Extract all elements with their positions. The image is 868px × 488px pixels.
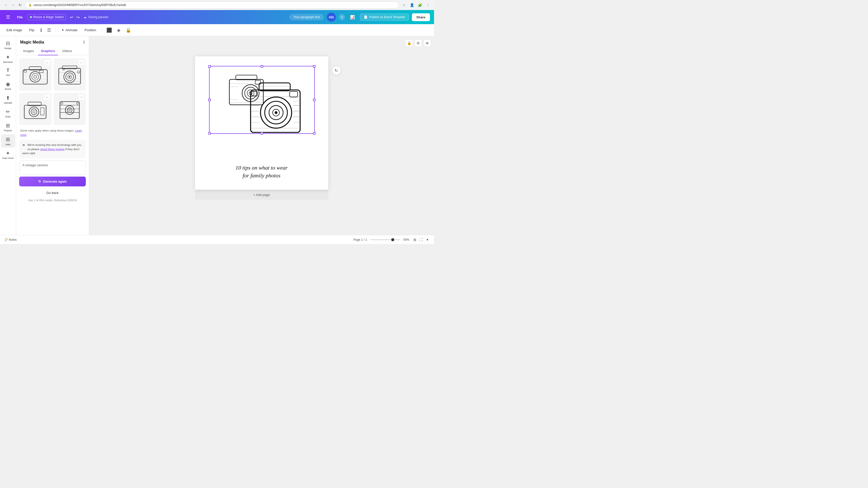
sidebar-item-design[interactable]: ⊟ Design: [1, 38, 15, 52]
prompt-input[interactable]: A vintage camera: [19, 161, 86, 174]
profile-btn[interactable]: 👤: [409, 2, 415, 8]
image-card-2[interactable]: ···: [54, 58, 86, 91]
svg-rect-5: [40, 70, 43, 73]
sidebar-icon-rail: ⊟ Design ✦ Elements T Text ◉ Brand ⬆ Upl…: [0, 36, 16, 235]
canvas-refresh-btn[interactable]: ↻: [332, 66, 341, 75]
expand-canvas-btn[interactable]: ⊕: [424, 39, 431, 47]
sidebar-item-label-brand: Brand: [5, 88, 11, 90]
image-grid: ···: [16, 55, 89, 127]
flip-btn[interactable]: Flip: [26, 27, 37, 33]
canvas-text[interactable]: 10 tips on what to wear for family photo…: [214, 164, 309, 180]
zoom-slider-thumb[interactable]: [391, 238, 394, 241]
image-card-4-more-btn[interactable]: ···: [79, 94, 84, 100]
credits-text: Use 1 of 494 credits. Refreshes 6/30/24: [16, 198, 89, 204]
image-card-1[interactable]: ···: [19, 58, 52, 91]
app-header: ☰ File Resize & Magic Switch ↩ ↪ ☁ Savin…: [0, 10, 434, 24]
panel-header: Magic Media ℹ: [16, 36, 89, 44]
report-images-link[interactable]: report these images: [40, 148, 64, 151]
canvas-image[interactable]: [209, 66, 315, 134]
tab-graphics[interactable]: Graphics: [38, 47, 58, 55]
info-btn[interactable]: ℹ: [39, 26, 43, 34]
grid-view-btn[interactable]: ⊞: [412, 237, 417, 242]
sidebar-item-magic-media[interactable]: ✦ Magic Media: [1, 148, 15, 161]
canvas-cursive-line2: for family photos: [214, 172, 309, 180]
edit-image-label: Edit image: [6, 28, 22, 32]
svg-point-37: [69, 109, 71, 111]
tab-videos[interactable]: Videos: [59, 47, 75, 55]
position-btn[interactable]: Position: [82, 27, 99, 33]
tab-images[interactable]: Images: [20, 47, 37, 55]
notes-icon: 📝: [4, 238, 8, 241]
sidebar-item-elements[interactable]: ✦ Elements: [1, 52, 15, 65]
bookmark-btn[interactable]: ☆: [401, 2, 407, 8]
analytics-btn[interactable]: 📊: [348, 14, 357, 21]
rules-text: Some rules apply when using these images…: [16, 127, 89, 139]
sidebar-item-label-magic-media: Magic Media: [2, 157, 13, 159]
sidebar-item-projects[interactable]: ⊞ Projects: [1, 121, 15, 134]
undo-btn[interactable]: ↩: [69, 14, 74, 21]
svg-point-26: [33, 110, 35, 113]
forward-btn[interactable]: →: [10, 2, 16, 8]
more-btn[interactable]: ⋮: [425, 2, 431, 8]
notes-btn[interactable]: 📝 Notes: [4, 238, 17, 241]
saving-status: ☁ Saving paused: [84, 15, 108, 19]
view-buttons: ⊞ ⛶ ✦: [412, 237, 430, 242]
publish-btn[interactable]: 📄 Publish as Brand Template: [360, 13, 409, 21]
panel-info-btn[interactable]: ℹ: [83, 40, 85, 44]
generate-again-btn[interactable]: ↻ Generate again: [19, 176, 86, 186]
image-card-3-more-btn[interactable]: ···: [44, 94, 50, 100]
image-card-1-more-btn[interactable]: ···: [44, 60, 50, 65]
svg-point-19: [78, 71, 80, 73]
image-card-3[interactable]: ···: [19, 93, 52, 125]
hamburger-btn[interactable]: ☰: [4, 13, 12, 21]
share-btn[interactable]: Share: [412, 13, 430, 21]
magic-btn[interactable]: ✦: [425, 237, 430, 242]
notes-label: Notes: [9, 238, 17, 241]
sidebar-item-label-projects: Projects: [4, 129, 12, 132]
lock-canvas-btn[interactable]: 🔒: [405, 39, 413, 47]
svg-point-35: [65, 106, 74, 115]
sidebar-item-draw[interactable]: ✏ Draw: [1, 107, 15, 120]
sidebar-item-text[interactable]: T Text: [1, 66, 15, 78]
sidebar-item-brand[interactable]: ◉ Brand: [1, 79, 15, 92]
svg-rect-64: [289, 91, 298, 97]
svg-point-36: [67, 108, 72, 112]
sidebar-item-uploads[interactable]: ⬆ Uploads: [1, 93, 15, 106]
sidebar-item-label-design: Design: [4, 47, 11, 50]
svg-point-3: [34, 75, 37, 78]
paragraph-text-field[interactable]: Your paragraph text: [289, 14, 324, 20]
go-back-btn[interactable]: Go back: [19, 189, 86, 197]
svg-rect-44: [229, 79, 263, 105]
lock-btn[interactable]: 🔒: [124, 26, 132, 34]
image-card-4[interactable]: ···: [54, 93, 86, 125]
transparency-btn[interactable]: ◈: [116, 26, 122, 34]
url-bar[interactable]: 🔒 canva.com/design/DAGHMt5BiRY/vuJHY33em…: [25, 1, 399, 8]
publish-icon: 📄: [364, 15, 368, 19]
user-avatar[interactable]: HG: [327, 12, 336, 22]
options-menu-btn[interactable]: ☰: [45, 26, 53, 34]
publish-label: Publish as Brand Template: [369, 15, 405, 19]
add-collaborator-btn[interactable]: +: [339, 14, 345, 20]
pattern-btn[interactable]: ⬛: [105, 26, 114, 34]
resize-magic-dot: [30, 16, 32, 18]
panel-scroll-area: ···: [16, 55, 89, 235]
image-card-2-more-btn[interactable]: ···: [79, 60, 84, 65]
add-page-label: + Add page: [253, 193, 270, 197]
back-btn[interactable]: ←: [3, 2, 9, 8]
animate-btn[interactable]: ✦ Animate: [59, 27, 80, 33]
sidebar-item-apps[interactable]: ⊞ Apps: [1, 134, 15, 148]
edit-image-btn[interactable]: Edit image: [4, 27, 24, 33]
svg-point-1: [30, 72, 40, 82]
fullscreen-btn[interactable]: ⛶: [418, 237, 424, 242]
resize-magic-switch-btn[interactable]: Resize & Magic Switch: [28, 14, 66, 20]
refresh-btn[interactable]: ↻: [17, 2, 23, 8]
copy-canvas-btn[interactable]: ⧉: [414, 39, 422, 47]
redo-btn[interactable]: ↪: [75, 14, 81, 21]
design-canvas[interactable]: ↻ 10 tips on what to wear for family pho…: [195, 56, 328, 190]
add-page-bar[interactable]: + Add page: [195, 190, 328, 200]
left-panel: Magic Media ℹ Images Graphics Videos: [16, 36, 89, 235]
toolbar-divider-1: [56, 27, 56, 33]
file-btn[interactable]: File: [15, 14, 25, 20]
zoom-slider[interactable]: [370, 239, 400, 240]
extension-btn[interactable]: 🧩: [417, 2, 423, 8]
